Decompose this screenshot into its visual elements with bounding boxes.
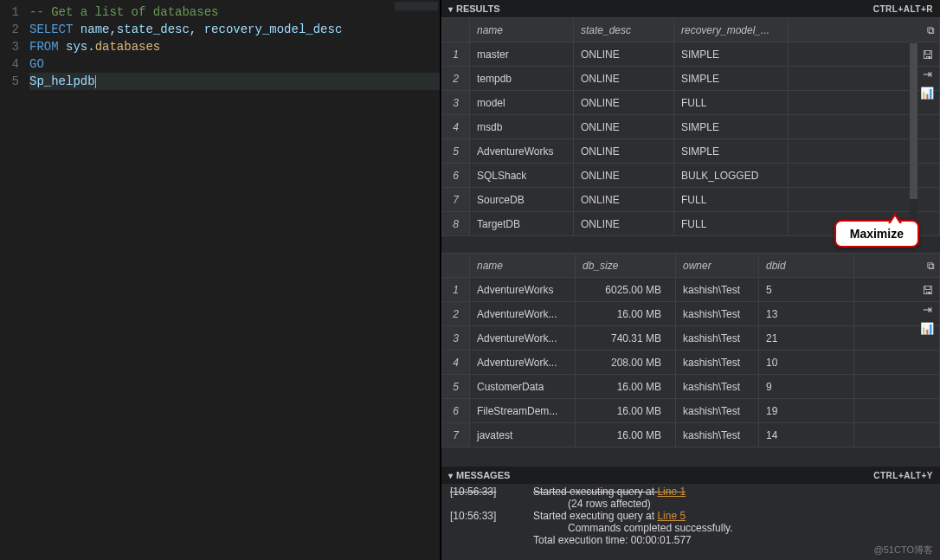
table-row[interactable]: 3AdventureWork...740.31 MBkashish\Test21 [442, 326, 940, 351]
row-number[interactable]: 3 [442, 91, 470, 115]
cell-owner[interactable]: kashish\Test [676, 302, 759, 326]
chart-icon[interactable]: 📊 [919, 85, 935, 100]
results-grid-1[interactable]: name state_desc recovery_model_... 1mast… [441, 17, 940, 236]
cell-state[interactable]: ONLINE [574, 67, 674, 91]
row-number[interactable]: 1 [442, 42, 470, 67]
cell-name[interactable]: model [470, 91, 574, 115]
cell-name[interactable]: SourceDB [470, 188, 574, 212]
cell-name[interactable]: javatest [470, 423, 576, 447]
corner-cell[interactable] [442, 18, 470, 42]
code-line[interactable]: FROM sys.databases [29, 38, 440, 55]
cell-dbid[interactable]: 5 [759, 278, 854, 302]
cell-name[interactable]: FileStreamDem... [470, 399, 576, 423]
cell-owner[interactable]: kashish\Test [676, 278, 759, 302]
cell-dbid[interactable]: 13 [759, 302, 854, 326]
code-line[interactable]: Sp_helpdb [29, 73, 440, 90]
cell-size[interactable]: 6025.00 MB [576, 278, 676, 302]
cell-state[interactable]: ONLINE [574, 42, 674, 67]
column-header-dbsize[interactable]: db_size [576, 254, 676, 278]
table-row[interactable]: 1AdventureWorks6025.00 MBkashish\Test5 [442, 278, 940, 302]
row-number[interactable]: 1 [442, 278, 470, 302]
row-number[interactable]: 5 [442, 375, 470, 399]
cell-owner[interactable]: kashish\Test [676, 375, 759, 399]
cell-name[interactable]: AdventureWork... [470, 326, 576, 351]
save-csv-icon[interactable]: 🖫 [919, 282, 935, 298]
cell-name[interactable]: AdventureWorks [470, 278, 576, 302]
results-grid-2[interactable]: name db_size owner dbid 1AdventureWorks6… [441, 253, 940, 447]
cell-state[interactable]: ONLINE [574, 164, 674, 188]
table-row[interactable]: 3modelONLINEFULL [442, 91, 940, 115]
row-number[interactable]: 6 [442, 164, 470, 188]
cell-recovery[interactable]: SIMPLE [674, 115, 789, 139]
cell-state[interactable]: ONLINE [574, 188, 674, 212]
cell-state[interactable]: ONLINE [574, 139, 674, 164]
row-number[interactable]: 5 [442, 139, 470, 164]
column-header-name[interactable]: name [470, 18, 574, 42]
row-number[interactable]: 7 [442, 188, 470, 212]
messages-header[interactable]: ▾ MESSAGES CTRL+ALT+Y [441, 467, 940, 484]
column-header-name[interactable]: name [470, 254, 576, 278]
chart-icon[interactable]: 📊 [919, 320, 935, 336]
cell-size[interactable]: 16.00 MB [576, 302, 676, 326]
row-number[interactable]: 4 [442, 351, 470, 375]
maximize-grid-1-icon[interactable]: ⧉ [923, 23, 938, 38]
table-row[interactable]: 7javatest16.00 MBkashish\Test14 [442, 423, 940, 447]
table-row[interactable]: 2tempdbONLINESIMPLE [442, 67, 940, 91]
column-header-dbid[interactable]: dbid [759, 254, 854, 278]
table-row[interactable]: 5CustomerData16.00 MBkashish\Test9 [442, 375, 940, 399]
cell-owner[interactable]: kashish\Test [676, 326, 759, 351]
cell-name[interactable]: AdventureWork... [470, 302, 576, 326]
cell-name[interactable]: tempdb [470, 67, 574, 91]
cell-name[interactable]: msdb [470, 115, 574, 139]
cell-name[interactable]: CustomerData [470, 375, 576, 399]
cell-name[interactable]: AdventureWorks [470, 139, 574, 164]
code-line[interactable]: -- Get a list of databases [29, 3, 440, 21]
table-row[interactable]: 5AdventureWorksONLINESIMPLE [442, 139, 940, 164]
table-row[interactable]: 2AdventureWork...16.00 MBkashish\Test13 [442, 302, 940, 326]
cell-recovery[interactable]: FULL [674, 188, 789, 212]
row-number[interactable]: 3 [442, 326, 470, 351]
column-header-state[interactable]: state_desc [574, 18, 674, 42]
cell-name[interactable]: AdventureWork... [470, 351, 576, 375]
table-row[interactable]: 7SourceDBONLINEFULL [442, 188, 940, 212]
cell-size[interactable]: 208.00 MB [576, 351, 676, 375]
save-json-icon[interactable]: ⇥ [919, 301, 935, 317]
table-row[interactable]: 4AdventureWork...208.00 MBkashish\Test10 [442, 351, 940, 375]
table-row[interactable]: 1masterONLINESIMPLE [442, 42, 940, 67]
message-line-link[interactable]: Line 5 [657, 510, 686, 522]
cell-state[interactable]: ONLINE [574, 212, 674, 236]
maximize-grid-2-icon[interactable]: ⧉ [923, 258, 938, 274]
message-line-link[interactable]: Line 1 [657, 486, 686, 498]
column-header-owner[interactable]: owner [676, 254, 759, 278]
cell-dbid[interactable]: 9 [759, 375, 854, 399]
cell-size[interactable]: 16.00 MB [576, 423, 676, 447]
corner-cell[interactable] [442, 254, 470, 278]
cell-recovery[interactable]: FULL [674, 212, 789, 236]
row-number[interactable]: 2 [442, 302, 470, 326]
scrollbar-thumb[interactable] [910, 43, 917, 199]
minimap[interactable] [395, 2, 438, 10]
code-line[interactable]: SELECT name,state_desc, recovery_model_d… [29, 21, 440, 38]
save-csv-icon[interactable]: 🖫 [919, 47, 935, 62]
column-header-recovery[interactable]: recovery_model_... [674, 18, 789, 42]
code-area[interactable]: -- Get a list of databasesSELECT name,st… [29, 0, 440, 560]
cell-size[interactable]: 740.31 MB [576, 326, 676, 351]
save-json-icon[interactable]: ⇥ [919, 66, 935, 81]
cell-size[interactable]: 16.00 MB [576, 375, 676, 399]
table-row[interactable]: 6FileStreamDem...16.00 MBkashish\Test19 [442, 399, 940, 423]
cell-owner[interactable]: kashish\Test [676, 423, 759, 447]
cell-recovery[interactable]: SIMPLE [674, 139, 789, 164]
cell-owner[interactable]: kashish\Test [676, 351, 759, 375]
cell-name[interactable]: TargetDB [470, 212, 574, 236]
cell-recovery[interactable]: BULK_LOGGED [674, 164, 789, 188]
row-number[interactable]: 2 [442, 67, 470, 91]
table-row[interactable]: 4msdbONLINESIMPLE [442, 115, 940, 139]
collapse-icon[interactable]: ▾ [448, 471, 453, 480]
cell-dbid[interactable]: 10 [759, 351, 854, 375]
row-number[interactable]: 8 [442, 212, 470, 236]
results-header[interactable]: ▾ RESULTS CTRL+ALT+R [441, 0, 940, 17]
cell-recovery[interactable]: SIMPLE [674, 42, 789, 67]
cell-recovery[interactable]: FULL [674, 91, 789, 115]
cell-dbid[interactable]: 19 [759, 399, 854, 423]
cell-name[interactable]: master [470, 42, 574, 67]
